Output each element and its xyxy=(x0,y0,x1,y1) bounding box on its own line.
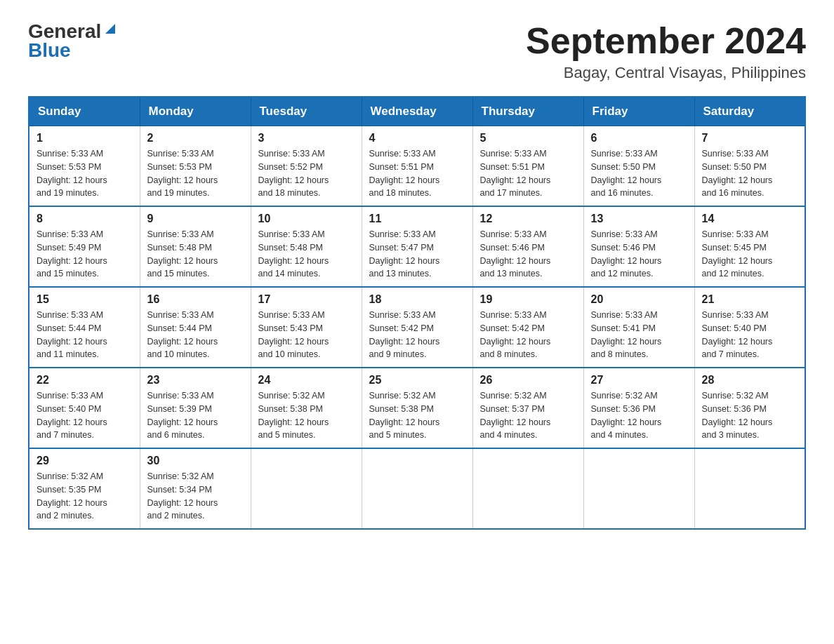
calendar-cell xyxy=(251,448,362,529)
week-row-5: 29 Sunrise: 5:32 AM Sunset: 5:35 PM Dayl… xyxy=(29,448,805,529)
calendar-cell: 26 Sunrise: 5:32 AM Sunset: 5:37 PM Dayl… xyxy=(472,368,583,448)
calendar-cell: 4 Sunrise: 5:33 AM Sunset: 5:51 PM Dayli… xyxy=(362,126,472,207)
day-info: Sunrise: 5:32 AM Sunset: 5:38 PM Dayligh… xyxy=(369,389,465,442)
day-info: Sunrise: 5:33 AM Sunset: 5:40 PM Dayligh… xyxy=(702,309,798,361)
day-number: 19 xyxy=(480,293,576,306)
col-saturday: Saturday xyxy=(694,97,805,126)
day-number: 6 xyxy=(591,132,687,145)
day-number: 18 xyxy=(369,293,465,306)
day-info: Sunrise: 5:32 AM Sunset: 5:35 PM Dayligh… xyxy=(37,470,133,523)
day-number: 14 xyxy=(702,213,798,225)
day-info: Sunrise: 5:33 AM Sunset: 5:45 PM Dayligh… xyxy=(702,228,798,281)
day-info: Sunrise: 5:33 AM Sunset: 5:50 PM Dayligh… xyxy=(702,147,798,200)
week-row-2: 8 Sunrise: 5:33 AM Sunset: 5:49 PM Dayli… xyxy=(29,206,805,287)
logo-triangle-icon xyxy=(102,21,118,36)
svg-marker-0 xyxy=(105,24,115,34)
week-row-3: 15 Sunrise: 5:33 AM Sunset: 5:44 PM Dayl… xyxy=(29,287,805,368)
day-info: Sunrise: 5:33 AM Sunset: 5:39 PM Dayligh… xyxy=(147,389,244,442)
logo-general: General xyxy=(28,22,101,41)
day-number: 15 xyxy=(37,293,133,306)
day-info: Sunrise: 5:32 AM Sunset: 5:38 PM Dayligh… xyxy=(258,389,355,442)
day-info: Sunrise: 5:32 AM Sunset: 5:36 PM Dayligh… xyxy=(591,389,687,442)
title-block: September 2024 Bagay, Central Visayas, P… xyxy=(526,21,806,82)
calendar-cell: 27 Sunrise: 5:32 AM Sunset: 5:36 PM Dayl… xyxy=(583,368,694,448)
day-info: Sunrise: 5:33 AM Sunset: 5:52 PM Dayligh… xyxy=(258,147,355,200)
day-info: Sunrise: 5:33 AM Sunset: 5:46 PM Dayligh… xyxy=(480,228,576,281)
calendar-cell: 7 Sunrise: 5:33 AM Sunset: 5:50 PM Dayli… xyxy=(694,126,805,207)
calendar-cell: 14 Sunrise: 5:33 AM Sunset: 5:45 PM Dayl… xyxy=(694,206,805,287)
day-info: Sunrise: 5:32 AM Sunset: 5:36 PM Dayligh… xyxy=(702,389,798,442)
day-number: 29 xyxy=(37,455,133,467)
calendar-cell: 10 Sunrise: 5:33 AM Sunset: 5:48 PM Dayl… xyxy=(251,206,362,287)
day-number: 2 xyxy=(147,132,244,145)
day-info: Sunrise: 5:33 AM Sunset: 5:49 PM Dayligh… xyxy=(37,228,133,281)
day-info: Sunrise: 5:33 AM Sunset: 5:53 PM Dayligh… xyxy=(147,147,244,200)
calendar-cell: 21 Sunrise: 5:33 AM Sunset: 5:40 PM Dayl… xyxy=(694,287,805,368)
calendar-cell xyxy=(694,448,805,529)
day-number: 24 xyxy=(258,374,355,387)
day-info: Sunrise: 5:33 AM Sunset: 5:50 PM Dayligh… xyxy=(591,147,687,200)
day-info: Sunrise: 5:33 AM Sunset: 5:42 PM Dayligh… xyxy=(369,309,465,361)
day-number: 16 xyxy=(147,293,244,306)
calendar-cell: 23 Sunrise: 5:33 AM Sunset: 5:39 PM Dayl… xyxy=(140,368,251,448)
day-info: Sunrise: 5:33 AM Sunset: 5:41 PM Dayligh… xyxy=(591,309,687,361)
calendar-cell: 2 Sunrise: 5:33 AM Sunset: 5:53 PM Dayli… xyxy=(140,126,251,207)
day-info: Sunrise: 5:33 AM Sunset: 5:48 PM Dayligh… xyxy=(147,228,244,281)
day-info: Sunrise: 5:33 AM Sunset: 5:47 PM Dayligh… xyxy=(369,228,465,281)
calendar-cell: 8 Sunrise: 5:33 AM Sunset: 5:49 PM Dayli… xyxy=(29,206,140,287)
day-info: Sunrise: 5:33 AM Sunset: 5:51 PM Dayligh… xyxy=(369,147,465,200)
calendar-table: Sunday Monday Tuesday Wednesday Thursday… xyxy=(28,96,806,530)
day-number: 1 xyxy=(37,132,133,145)
logo-blue: Blue xyxy=(28,39,71,62)
calendar-cell xyxy=(362,448,472,529)
day-info: Sunrise: 5:33 AM Sunset: 5:44 PM Dayligh… xyxy=(37,309,133,361)
calendar-cell: 17 Sunrise: 5:33 AM Sunset: 5:43 PM Dayl… xyxy=(251,287,362,368)
day-number: 30 xyxy=(147,455,244,467)
calendar-cell: 13 Sunrise: 5:33 AM Sunset: 5:46 PM Dayl… xyxy=(583,206,694,287)
week-row-4: 22 Sunrise: 5:33 AM Sunset: 5:40 PM Dayl… xyxy=(29,368,805,448)
day-info: Sunrise: 5:32 AM Sunset: 5:34 PM Dayligh… xyxy=(147,470,244,523)
day-number: 4 xyxy=(369,132,465,145)
day-number: 21 xyxy=(702,293,798,306)
calendar-cell: 3 Sunrise: 5:33 AM Sunset: 5:52 PM Dayli… xyxy=(251,126,362,207)
day-number: 10 xyxy=(258,213,355,225)
day-number: 9 xyxy=(147,213,244,225)
calendar-cell: 20 Sunrise: 5:33 AM Sunset: 5:41 PM Dayl… xyxy=(583,287,694,368)
calendar-cell xyxy=(472,448,583,529)
calendar-cell xyxy=(583,448,694,529)
calendar-cell: 5 Sunrise: 5:33 AM Sunset: 5:51 PM Dayli… xyxy=(472,126,583,207)
calendar-cell: 6 Sunrise: 5:33 AM Sunset: 5:50 PM Dayli… xyxy=(583,126,694,207)
week-row-1: 1 Sunrise: 5:33 AM Sunset: 5:53 PM Dayli… xyxy=(29,126,805,207)
col-wednesday: Wednesday xyxy=(362,97,472,126)
col-monday: Monday xyxy=(140,97,251,126)
calendar-cell: 22 Sunrise: 5:33 AM Sunset: 5:40 PM Dayl… xyxy=(29,368,140,448)
calendar-cell: 25 Sunrise: 5:32 AM Sunset: 5:38 PM Dayl… xyxy=(362,368,472,448)
calendar-cell: 18 Sunrise: 5:33 AM Sunset: 5:42 PM Dayl… xyxy=(362,287,472,368)
day-number: 22 xyxy=(37,374,133,387)
day-info: Sunrise: 5:33 AM Sunset: 5:46 PM Dayligh… xyxy=(591,228,687,281)
day-number: 7 xyxy=(702,132,798,145)
col-tuesday: Tuesday xyxy=(251,97,362,126)
day-number: 17 xyxy=(258,293,355,306)
day-number: 28 xyxy=(702,374,798,387)
day-number: 27 xyxy=(591,374,687,387)
day-number: 26 xyxy=(480,374,576,387)
calendar-cell: 19 Sunrise: 5:33 AM Sunset: 5:42 PM Dayl… xyxy=(472,287,583,368)
day-number: 25 xyxy=(369,374,465,387)
page-header: General Blue September 2024 Bagay, Centr… xyxy=(28,21,806,82)
page-title: September 2024 xyxy=(526,21,806,61)
calendar-cell: 29 Sunrise: 5:32 AM Sunset: 5:35 PM Dayl… xyxy=(29,448,140,529)
day-number: 5 xyxy=(480,132,576,145)
day-number: 12 xyxy=(480,213,576,225)
col-thursday: Thursday xyxy=(472,97,583,126)
day-info: Sunrise: 5:32 AM Sunset: 5:37 PM Dayligh… xyxy=(480,389,576,442)
day-number: 20 xyxy=(591,293,687,306)
calendar-header-row: Sunday Monday Tuesday Wednesday Thursday… xyxy=(29,97,805,126)
day-info: Sunrise: 5:33 AM Sunset: 5:44 PM Dayligh… xyxy=(147,309,244,361)
day-info: Sunrise: 5:33 AM Sunset: 5:51 PM Dayligh… xyxy=(480,147,576,200)
day-info: Sunrise: 5:33 AM Sunset: 5:53 PM Dayligh… xyxy=(37,147,133,200)
col-friday: Friday xyxy=(583,97,694,126)
page-subtitle: Bagay, Central Visayas, Philippines xyxy=(526,64,806,82)
calendar-cell: 15 Sunrise: 5:33 AM Sunset: 5:44 PM Dayl… xyxy=(29,287,140,368)
day-number: 8 xyxy=(37,213,133,225)
